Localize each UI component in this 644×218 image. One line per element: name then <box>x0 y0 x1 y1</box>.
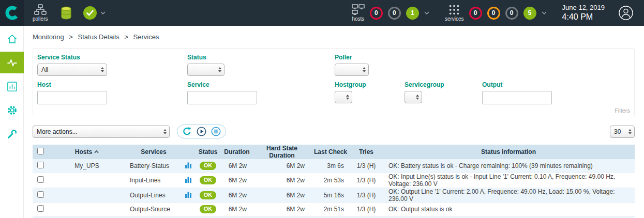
hosts-menu[interactable]: hosts <box>352 4 365 22</box>
refresh-button[interactable] <box>182 127 192 136</box>
host-name-link[interactable]: My_UPS <box>74 162 99 169</box>
table-row: Ping OK 2d 12h N/S 2m 41s 1/3 (H) OK - 1… <box>33 216 635 218</box>
hosts-down-badge[interactable]: 0 <box>370 7 383 20</box>
select-arrows-icon <box>218 67 221 72</box>
sidebar-item-reporting[interactable] <box>0 75 24 97</box>
filter-poller: Poller <box>335 54 369 76</box>
header-hosts[interactable]: Hosts <box>48 145 126 159</box>
chevron-down-icon[interactable] <box>424 11 429 14</box>
actions-toolbar: More actions... <box>33 124 635 138</box>
service-cell: Output-Lines <box>126 188 182 203</box>
database-status-button[interactable] <box>60 6 72 20</box>
graph-icon[interactable] <box>185 162 192 168</box>
sidebar-item-home[interactable] <box>0 28 24 50</box>
duration-cell: 6M 2w <box>221 159 253 173</box>
services-warning-badge[interactable]: 0 <box>487 7 500 20</box>
home-icon <box>7 34 18 44</box>
row-checkbox[interactable] <box>37 205 44 212</box>
breadcrumb-monitoring[interactable]: Monitoring <box>33 33 64 41</box>
hosts-up-badge[interactable]: 1 <box>406 7 419 20</box>
select-arrows-icon <box>628 129 632 134</box>
current-date: June 12, 2019 <box>562 4 605 12</box>
servicegroup-select[interactable] <box>409 94 414 101</box>
header-status-information[interactable]: Status information <box>382 145 635 159</box>
host-input[interactable] <box>37 91 107 104</box>
sidebar-item-administration[interactable] <box>0 123 24 145</box>
header-last-check[interactable]: Last Check <box>311 145 350 159</box>
duration-cell: 6M 2w <box>221 188 253 203</box>
sidebar-item-monitoring[interactable] <box>0 52 24 73</box>
table-row: Output-Source OK 6M 2w 6M 2w 2m 51s 1/3 … <box>33 203 635 216</box>
duration-cell: 6M 2w <box>221 203 253 216</box>
header-status[interactable]: Status <box>195 145 221 159</box>
centreon-logo-icon <box>5 5 20 21</box>
services-menu[interactable]: services <box>445 4 464 22</box>
chevron-down-icon[interactable] <box>542 11 547 14</box>
platform-state-menu[interactable] <box>83 6 106 20</box>
status-select[interactable] <box>191 66 217 73</box>
pollers-icon <box>34 4 47 15</box>
service-status-select[interactable]: All <box>41 66 99 73</box>
header-services[interactable]: Services <box>126 145 182 159</box>
header-hard-state-duration[interactable]: Hard State Duration <box>253 145 311 159</box>
status-badge: OK <box>200 162 217 170</box>
tries-cell: 1/3 (H) <box>350 216 382 218</box>
header-tries[interactable]: Tries <box>350 145 382 159</box>
sidebar <box>0 26 24 218</box>
breadcrumb-status-details[interactable]: Status Details <box>78 33 119 41</box>
service-name-link[interactable]: Battery-Status <box>130 162 169 169</box>
services-unknown-badge[interactable]: 0 <box>505 7 518 20</box>
pause-button[interactable] <box>211 127 221 136</box>
service-label: Service <box>187 81 335 88</box>
service-name-link[interactable]: Output-Lines <box>130 192 166 199</box>
graph-icon[interactable] <box>185 191 192 198</box>
services-label: services <box>445 16 464 22</box>
resume-button[interactable] <box>197 127 206 136</box>
services-status-group: services 0 0 0 5 <box>445 4 547 22</box>
graph-cell <box>182 173 195 188</box>
user-menu[interactable] <box>618 5 634 21</box>
service-input[interactable] <box>187 91 257 104</box>
more-actions-select[interactable]: More actions... <box>37 128 162 135</box>
service-cell: Input-Lines <box>126 173 182 188</box>
hosts-unreachable-badge[interactable]: 0 <box>388 7 401 20</box>
row-checkbox[interactable] <box>37 162 44 168</box>
poller-select[interactable] <box>339 66 361 73</box>
breadcrumb-services[interactable]: Services <box>133 33 159 41</box>
header-duration[interactable]: Duration <box>221 145 253 159</box>
servicegroup-select-wrap <box>405 91 422 103</box>
sidebar-item-configuration[interactable] <box>0 99 24 121</box>
filter-row-1: Service Status All Status <box>37 54 630 76</box>
last-check-cell: 2m 41s <box>311 216 350 218</box>
filter-host: Host <box>37 81 187 104</box>
pollers-menu[interactable]: pollers <box>33 4 48 22</box>
services-critical-badge[interactable]: 0 <box>469 7 482 20</box>
row-checkbox[interactable] <box>37 176 44 183</box>
select-all-checkbox[interactable] <box>37 148 44 154</box>
services-ok-badge[interactable]: 5 <box>523 7 536 20</box>
header-last-check-label: Last Check <box>314 148 347 155</box>
service-name-link[interactable]: Output-Source <box>130 206 170 213</box>
page-size-select[interactable]: 30 <box>614 128 627 135</box>
hard-state-duration-cell: N/S <box>253 216 311 218</box>
status-cell: OK <box>195 203 221 216</box>
header-graph-spacer <box>182 145 195 159</box>
poller-select-wrap <box>335 64 369 76</box>
database-icon <box>60 6 72 20</box>
tries-cell: 1/3 (H) <box>350 173 382 188</box>
centreon-logo[interactable] <box>0 0 24 26</box>
row-select-cell <box>33 159 48 173</box>
graph-cell <box>182 216 195 218</box>
gear-icon <box>7 105 18 116</box>
duration-cell: 6M 2w <box>221 173 253 188</box>
status-information-cell: OK: Output status is ok <box>382 203 635 216</box>
row-checkbox[interactable] <box>37 191 44 198</box>
service-status-select-wrap: All <box>37 64 107 76</box>
hostgroup-select[interactable] <box>339 94 345 101</box>
header-services-label: Services <box>141 148 166 155</box>
filter-service-status: Service Status All <box>37 54 187 76</box>
service-name-link[interactable]: Input-Lines <box>130 177 160 184</box>
output-input[interactable] <box>482 91 552 104</box>
graph-icon[interactable] <box>185 176 192 183</box>
topbar: pollers <box>0 0 644 26</box>
